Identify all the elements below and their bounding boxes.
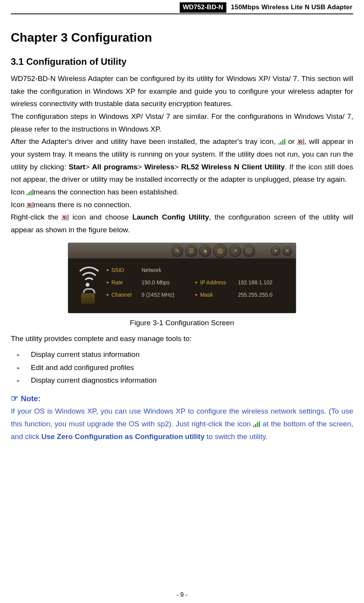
paragraph-text: means the connection has been establishe… [34,188,179,196]
paragraph-text: means there is no connection. [34,201,131,209]
channel-value: 9 (2452 MHz) [142,291,195,299]
toolbar-button[interactable]: ✎ [172,245,183,257]
bold-text: Launch Config Utility [132,213,209,221]
paragraph-text: Right-click the [11,213,62,221]
tools-intro: The utility provides complete and easy m… [11,333,353,345]
ssid-value: Network [142,266,195,274]
paragraph-text: > [138,163,144,171]
note-text: to switch the utility. [204,432,267,441]
ip-value: 192.168.1.102 [238,278,292,287]
list-item: Display current status information [22,348,353,361]
bold-text: RL52 Wireless N Client Utility [181,163,285,171]
utility-window: ✎ ☰ ◈ ◎ ↗ ⓘ ▾ ✕ [68,243,296,313]
figure-caption: Figure 3-1 Configuration Screen [11,319,353,327]
paragraph-text: or [285,137,297,145]
body-text: WD752-BD-N Wireless Adapter can be confi… [11,73,353,236]
signal-connected-icon [253,421,260,427]
paragraph-text: > [85,163,92,171]
chapter-title: Chapter 3 Configuration [11,30,353,45]
bold-text: Start [69,163,85,171]
page-number: - 9 - [0,591,364,598]
header-description: 150Mbps Wireless Lite N USB Adapter [230,2,353,12]
section-title: 3.1 Configuration of Utility [11,56,353,67]
paragraph-text: Icon [11,201,27,209]
toolbar-button[interactable]: ◈ [199,245,211,257]
configuration-screenshot: ✎ ☰ ◈ ◎ ↗ ⓘ ▾ ✕ [11,243,353,327]
bold-text: All programs [92,163,138,171]
signal-connected-icon [278,139,285,145]
signal-connected-icon [27,189,34,195]
toolbar-button[interactable]: ◎ [213,244,227,258]
rate-label: Rate [107,278,142,287]
signal-disconnected-icon: ✕ [62,215,69,220]
page-header: WD752-BD-N 150Mbps Wireless Lite N USB A… [11,0,353,14]
note-body: If your OS is Windows XP, you can use Wi… [11,405,353,443]
paragraph-text: Icon [11,188,27,196]
paragraph-text: After the Adapter's driver and utility h… [11,137,278,145]
tools-list: Display current status information Edit … [11,348,353,387]
bold-text: Use Zero Configuration as Configuration … [41,432,204,441]
toolbar-button[interactable]: ⓘ [243,245,255,257]
ip-label: IP Address [195,278,238,287]
toolbar-button[interactable]: ↗ [229,245,241,257]
utility-titlebar: ✎ ☰ ◈ ◎ ↗ ⓘ ▾ ✕ [68,243,296,259]
pointing-hand-icon: ☞ [11,394,19,403]
paragraph-text: icon and choose [69,213,132,221]
rate-value: 150.0 Mbps [142,278,195,287]
list-item: Edit and add configured profiles [22,361,353,374]
close-button[interactable]: ✕ [283,246,292,255]
signal-disconnected-icon: ✕ [27,202,34,208]
paragraph-text: The configuration steps in Windows XP/ V… [11,112,353,133]
ssid-label: SSID [107,266,142,274]
mask-label: Mask [195,291,238,299]
utility-body: SSID Rate Channel Network 150.0 Mbps 9 (… [68,259,296,313]
header-model-box: WD752-BD-N [180,2,226,13]
mask-value: 255.255.255.0 [238,291,292,299]
toolbar-button[interactable]: ☰ [185,245,197,257]
signal-disconnected-icon: ✕ [297,139,304,145]
list-item: Display current diagnostics information [22,374,353,387]
maximize-button[interactable]: ▾ [271,246,280,255]
note-label: Note: [21,394,40,403]
lock-icon [81,288,94,302]
channel-label: Channel [107,291,142,299]
wifi-status-icon [68,259,107,313]
bold-text: Wireless [144,163,174,171]
note-heading: ☞Note: [11,394,353,404]
paragraph-text: WD752-BD-N Wireless Adapter can be confi… [11,74,353,108]
paragraph-text: > [174,163,181,171]
